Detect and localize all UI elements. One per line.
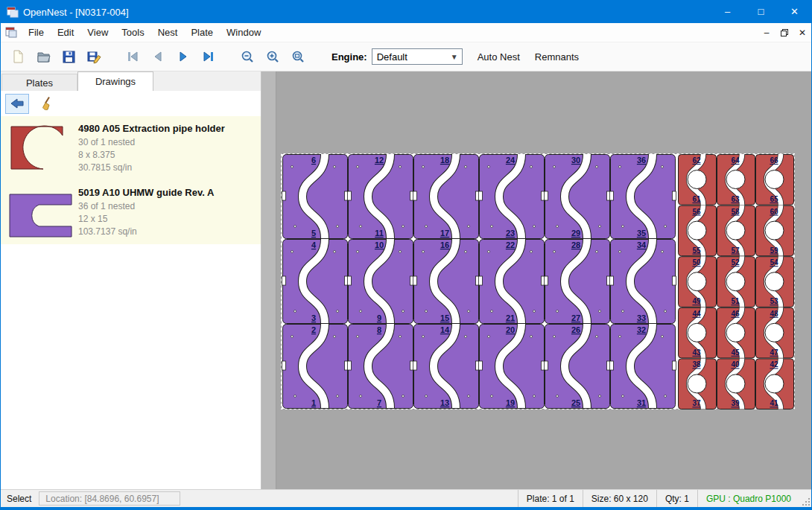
purple-part-pair[interactable]: 1615: [413, 239, 480, 324]
red-part-pair[interactable]: 5049: [679, 256, 717, 307]
sidebar-tabs: Plates Drawings: [1, 71, 261, 91]
red-part-pair[interactable]: 5655: [679, 205, 717, 256]
menu-file[interactable]: File: [22, 24, 51, 41]
menu-view[interactable]: View: [80, 24, 115, 41]
red-part-pair[interactable]: 5251: [717, 256, 755, 307]
menu-tools[interactable]: Tools: [115, 24, 150, 41]
go-last-icon: [201, 49, 216, 64]
purple-part-pair[interactable]: 87: [348, 324, 414, 409]
purple-part-pair[interactable]: 21: [282, 324, 349, 409]
red-part-pair[interactable]: 6665: [756, 154, 794, 205]
status-gpu: GPU : Quadro P1000: [697, 490, 799, 507]
purple-part-pair[interactable]: 3231: [610, 324, 676, 409]
mdi-close-button[interactable]: ✕: [793, 25, 811, 41]
open-button[interactable]: [32, 45, 54, 68]
purple-part-pair[interactable]: 3635: [610, 154, 676, 239]
svg-text:52: 52: [731, 258, 740, 267]
resize-grip-icon[interactable]: [799, 490, 811, 507]
broom-icon: [39, 96, 54, 111]
purple-part-pair[interactable]: 2423: [479, 154, 545, 239]
save-button[interactable]: [57, 45, 80, 68]
save-as-button[interactable]: [83, 45, 105, 68]
purple-part-pair[interactable]: 1413: [413, 324, 480, 409]
red-part-pair[interactable]: 6059: [756, 205, 794, 256]
purple-part-pair[interactable]: 3029: [545, 154, 611, 239]
svg-text:18: 18: [440, 156, 449, 165]
svg-text:26: 26: [571, 325, 580, 334]
return-arrow-button[interactable]: [5, 94, 29, 114]
red-part-pair[interactable]: 4645: [717, 307, 755, 358]
red-part-pair[interactable]: 4039: [717, 358, 755, 409]
svg-text:64: 64: [731, 156, 740, 165]
drawing-title: 5019 A10 UHMW guide Rev. A: [78, 187, 214, 198]
svg-text:9: 9: [377, 313, 381, 322]
minimize-button[interactable]: –: [711, 1, 744, 23]
purple-part-pair[interactable]: 3433: [610, 239, 676, 324]
svg-text:8: 8: [377, 325, 381, 334]
zoom-fit-button[interactable]: [287, 45, 309, 68]
go-first-button[interactable]: [121, 45, 144, 68]
red-part-pair[interactable]: 4847: [756, 307, 794, 358]
drawing-nested-count: 30 of 1 nested: [78, 136, 225, 149]
plate-canvas[interactable]: 6512111817242330293635431091615222128273…: [281, 153, 795, 409]
drawing-list-item[interactable]: 5019 A10 UHMW guide Rev. A 36 of 1 neste…: [1, 180, 261, 244]
menu-plate[interactable]: Plate: [184, 24, 220, 41]
purple-part-pair[interactable]: 2625: [545, 324, 611, 409]
drawing-list-item[interactable]: 4980 A05 Extraction pipe holder 30 of 1 …: [1, 116, 261, 180]
statusbar: Select Location: [84.8696, 60.6957] Plat…: [1, 489, 811, 507]
purple-part-pair[interactable]: 109: [348, 239, 414, 324]
sidebar: Plates Drawings: [1, 71, 261, 489]
svg-text:30: 30: [571, 156, 580, 165]
drawing-area: 103.7137 sq/in: [78, 226, 214, 238]
purple-part-shape-icon: [4, 185, 75, 239]
menu-edit[interactable]: Edit: [51, 24, 80, 41]
red-part-pair[interactable]: 6261: [679, 154, 717, 205]
svg-text:49: 49: [692, 297, 701, 305]
go-last-button[interactable]: [197, 45, 220, 68]
svg-text:66: 66: [770, 156, 778, 165]
status-plate-count: Plate: 1 of 1: [518, 490, 583, 507]
red-part-pair[interactable]: 5857: [717, 205, 755, 256]
svg-text:62: 62: [692, 156, 701, 165]
maximize-button[interactable]: □: [744, 1, 778, 23]
purple-part-pair[interactable]: 43: [282, 239, 349, 324]
svg-text:37: 37: [692, 399, 701, 407]
red-part-pair[interactable]: 6463: [717, 154, 755, 205]
engine-select[interactable]: Default ▼: [372, 48, 463, 65]
tab-plates[interactable]: Plates: [1, 74, 77, 91]
purple-part-pair[interactable]: 1211: [348, 154, 414, 239]
nest-view[interactable]: 6512111817242330293635431091615222128273…: [261, 71, 811, 489]
menu-window[interactable]: Window: [220, 24, 267, 41]
purple-part-pair[interactable]: 65: [282, 154, 349, 239]
svg-text:45: 45: [731, 348, 740, 357]
red-part-pair[interactable]: 3837: [679, 358, 717, 409]
go-next-button[interactable]: [172, 45, 194, 68]
remnants-button[interactable]: Remnants: [535, 51, 579, 63]
new-button[interactable]: [7, 45, 29, 68]
purple-part-pair[interactable]: 1817: [413, 154, 480, 239]
red-part-pair[interactable]: 4443: [679, 307, 717, 358]
titlebar: OpenNest - [N0317-004] – □ ✕: [1, 1, 811, 23]
mdi-minimize-button[interactable]: –: [758, 25, 775, 41]
red-part-pair[interactable]: 5453: [756, 256, 794, 307]
auto-nest-button[interactable]: Auto Nest: [478, 51, 520, 63]
nest-plate-svg: 6512111817242330293635431091615222128273…: [281, 153, 795, 409]
svg-text:57: 57: [731, 246, 740, 255]
close-button[interactable]: ✕: [778, 1, 811, 23]
zoom-out-button[interactable]: [236, 45, 258, 68]
save-icon: [61, 49, 76, 64]
menu-nest[interactable]: Nest: [151, 24, 185, 41]
svg-text:12: 12: [375, 156, 384, 165]
purple-part-pair[interactable]: 2221: [479, 239, 545, 324]
red-part-pair[interactable]: 4241: [756, 358, 794, 409]
svg-text:33: 33: [637, 313, 646, 322]
tab-drawings[interactable]: Drawings: [77, 71, 153, 91]
mdi-restore-button[interactable]: [775, 25, 793, 41]
purple-part-pair[interactable]: 2019: [479, 324, 545, 409]
clear-broom-button[interactable]: [35, 94, 59, 114]
zoom-in-button[interactable]: [261, 45, 284, 68]
svg-text:48: 48: [770, 310, 778, 318]
drawing-list: 4980 A05 Extraction pipe holder 30 of 1 …: [1, 116, 261, 244]
purple-part-pair[interactable]: 2827: [545, 239, 611, 324]
go-previous-button[interactable]: [147, 45, 169, 68]
